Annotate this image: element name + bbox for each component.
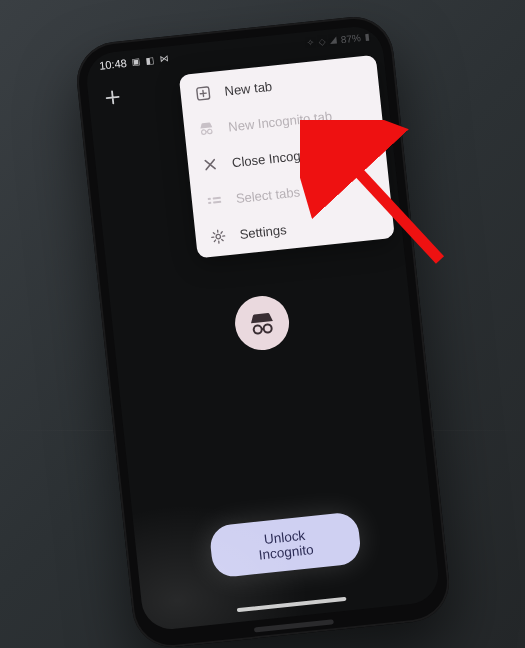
incognito-badge	[232, 293, 291, 352]
phone-body: 10:48 ▣ ◧ ⋈ ✧ ◇ ◢ 87% ▮ New tab	[73, 13, 453, 648]
gear-icon	[209, 227, 227, 245]
menu-item-label: Select tabs	[235, 184, 301, 206]
svg-rect-5	[212, 197, 220, 200]
vibrate-icon: ✧	[307, 38, 316, 48]
menu-item-label: Close Incognito tabs	[231, 143, 350, 170]
phone-speaker	[254, 619, 334, 632]
wifi-icon: ◇	[319, 37, 327, 47]
plus-icon	[103, 88, 123, 108]
battery-icon: ▮	[364, 32, 370, 41]
menu-item-label: New tab	[224, 78, 273, 98]
svg-point-9	[263, 324, 272, 333]
battery-text: 87%	[340, 32, 361, 45]
new-tab-icon	[194, 84, 212, 102]
status-bar-right: ✧ ◇ ◢ 87% ▮	[306, 31, 370, 49]
incognito-icon	[247, 308, 278, 339]
status-bar-left: 10:48 ▣ ◧ ⋈	[99, 52, 169, 71]
select-icon	[205, 192, 223, 210]
incognito-icon	[198, 120, 216, 138]
notif-icon: ⋈	[159, 54, 169, 64]
svg-point-2	[207, 129, 212, 134]
menu-item-label: New Incognito tab	[228, 108, 333, 134]
signal-icon: ◢	[329, 36, 337, 46]
notif-icon: ◧	[145, 55, 155, 65]
phone-screen: 10:48 ▣ ◧ ⋈ ✧ ◇ ◢ 87% ▮ New tab	[84, 24, 441, 632]
svg-point-1	[201, 130, 206, 135]
unlock-label: Unlock Incognito	[258, 528, 314, 563]
gesture-nav-bar[interactable]	[237, 597, 347, 612]
unlock-incognito-button[interactable]: Unlock Incognito	[209, 511, 363, 578]
svg-point-8	[253, 325, 262, 334]
notif-icon: ▣	[131, 57, 141, 67]
svg-point-7	[215, 234, 220, 239]
svg-rect-3	[207, 198, 210, 200]
close-icon	[201, 156, 219, 174]
overflow-menu: New tab New Incognito tab Close Incognit…	[179, 55, 395, 259]
svg-rect-4	[208, 202, 211, 204]
new-tab-button[interactable]	[97, 82, 128, 113]
svg-rect-6	[213, 201, 221, 204]
menu-item-label: Settings	[239, 222, 287, 242]
clock: 10:48	[99, 57, 128, 72]
